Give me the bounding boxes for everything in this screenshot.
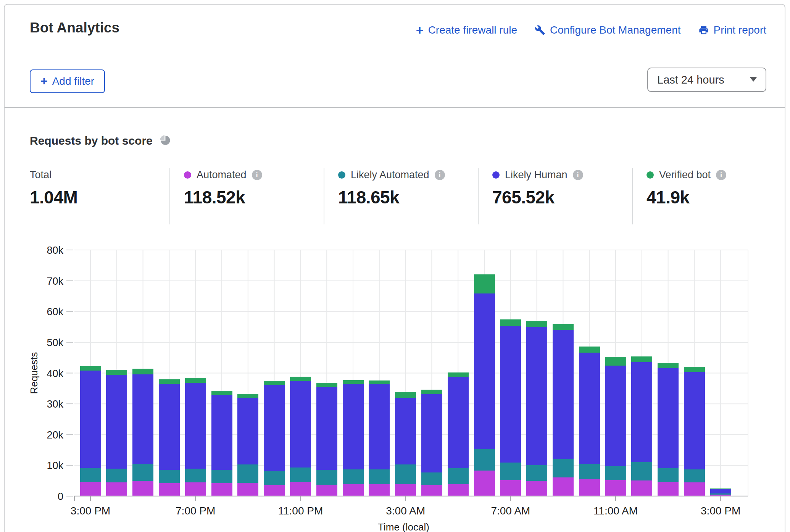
- bar-segment-likely-automated[interactable]: [237, 464, 258, 483]
- bar-segment-likely-automated[interactable]: [343, 469, 364, 485]
- bar-segment-verified-bot[interactable]: [106, 370, 127, 375]
- bar-segment-verified-bot[interactable]: [80, 366, 101, 371]
- bar-segment-automated[interactable]: [474, 471, 495, 496]
- bar-segment-likely-automated[interactable]: [658, 468, 679, 482]
- bar-segment-automated[interactable]: [448, 484, 469, 496]
- bar-segment-likely-automated[interactable]: [579, 464, 600, 479]
- bar-segment-likely-human[interactable]: [605, 366, 626, 466]
- bar-segment-automated[interactable]: [106, 482, 127, 496]
- bar-segment-likely-automated[interactable]: [369, 469, 390, 484]
- info-icon[interactable]: i: [252, 170, 262, 180]
- bar-segment-verified-bot[interactable]: [211, 391, 232, 395]
- bar-segment-automated[interactable]: [684, 482, 705, 496]
- bar-segment-automated[interactable]: [237, 483, 258, 496]
- bar-segment-automated[interactable]: [500, 480, 521, 496]
- configure-bot-management-link[interactable]: Configure Bot Management: [535, 24, 680, 36]
- time-range-select[interactable]: Last 24 hours: [647, 68, 766, 92]
- bar-segment-verified-bot[interactable]: [132, 369, 153, 374]
- bar-segment-likely-automated[interactable]: [80, 468, 101, 482]
- bar-segment-likely-human[interactable]: [395, 398, 416, 464]
- bar-segment-verified-bot[interactable]: [316, 383, 337, 387]
- bar-segment-automated[interactable]: [80, 482, 101, 496]
- bar-segment-automated[interactable]: [395, 484, 416, 496]
- bar-segment-likely-human[interactable]: [684, 372, 705, 469]
- bar-segment-likely-human[interactable]: [290, 381, 311, 468]
- bar-segment-automated[interactable]: [264, 485, 285, 496]
- bar-segment-likely-automated[interactable]: [710, 493, 731, 495]
- bar-segment-automated[interactable]: [290, 482, 311, 496]
- bar-segment-verified-bot[interactable]: [474, 274, 495, 294]
- bar-segment-automated[interactable]: [316, 485, 337, 496]
- bar-segment-likely-automated[interactable]: [421, 472, 442, 485]
- bar-segment-automated[interactable]: [132, 481, 153, 496]
- bar-segment-verified-bot[interactable]: [237, 394, 258, 398]
- bar-segment-verified-bot[interactable]: [658, 363, 679, 368]
- bar-segment-verified-bot[interactable]: [553, 324, 574, 330]
- bar-segment-verified-bot[interactable]: [500, 319, 521, 326]
- create-firewall-rule-link[interactable]: + Create firewall rule: [416, 24, 517, 37]
- bar-segment-automated[interactable]: [421, 485, 442, 496]
- bar-segment-automated[interactable]: [553, 477, 574, 496]
- bar-segment-likely-automated[interactable]: [448, 468, 469, 484]
- bar-segment-likely-human[interactable]: [185, 383, 206, 469]
- bar-segment-likely-human[interactable]: [159, 384, 180, 470]
- bar-segment-verified-bot[interactable]: [395, 392, 416, 398]
- bar-segment-likely-human[interactable]: [80, 371, 101, 468]
- bar-segment-likely-human[interactable]: [369, 384, 390, 469]
- bar-segment-likely-human[interactable]: [264, 385, 285, 471]
- print-report-link[interactable]: Print report: [698, 24, 767, 36]
- bar-segment-automated[interactable]: [369, 484, 390, 496]
- bar-segment-verified-bot[interactable]: [684, 367, 705, 372]
- bar-segment-likely-automated[interactable]: [264, 471, 285, 485]
- bar-segment-automated[interactable]: [343, 484, 364, 496]
- bar-segment-likely-human[interactable]: [579, 353, 600, 464]
- bar-segment-likely-human[interactable]: [316, 387, 337, 470]
- bar-segment-likely-human[interactable]: [211, 395, 232, 470]
- bar-segment-verified-bot[interactable]: [290, 377, 311, 380]
- bar-segment-automated[interactable]: [658, 482, 679, 496]
- bar-segment-likely-human[interactable]: [658, 368, 679, 468]
- bar-segment-verified-bot[interactable]: [369, 380, 390, 384]
- bar-segment-likely-human[interactable]: [526, 327, 547, 465]
- bar-segment-likely-human[interactable]: [237, 398, 258, 464]
- bar-segment-verified-bot[interactable]: [185, 378, 206, 383]
- bar-segment-likely-automated[interactable]: [605, 466, 626, 480]
- bar-segment-automated[interactable]: [211, 483, 232, 496]
- bar-segment-likely-human[interactable]: [421, 394, 442, 472]
- bar-segment-verified-bot[interactable]: [421, 390, 442, 394]
- bar-segment-likely-human[interactable]: [106, 375, 127, 469]
- bar-segment-likely-human[interactable]: [710, 489, 731, 493]
- bar-segment-likely-automated[interactable]: [316, 470, 337, 485]
- bar-segment-likely-automated[interactable]: [185, 469, 206, 482]
- bar-segment-likely-automated[interactable]: [526, 465, 547, 481]
- bar-segment-likely-human[interactable]: [343, 384, 364, 469]
- info-icon[interactable]: i: [435, 170, 445, 180]
- bar-segment-verified-bot[interactable]: [159, 379, 180, 384]
- bar-segment-likely-automated[interactable]: [106, 469, 127, 482]
- bar-segment-automated[interactable]: [631, 480, 652, 496]
- bar-segment-likely-human[interactable]: [500, 326, 521, 463]
- bar-segment-verified-bot[interactable]: [526, 321, 547, 327]
- bar-segment-likely-human[interactable]: [132, 374, 153, 464]
- bar-segment-likely-automated[interactable]: [500, 463, 521, 480]
- bar-segment-likely-automated[interactable]: [159, 470, 180, 483]
- bar-segment-automated[interactable]: [579, 479, 600, 496]
- bar-segment-likely-human[interactable]: [631, 362, 652, 462]
- bar-segment-likely-automated[interactable]: [290, 468, 311, 482]
- bar-segment-verified-bot[interactable]: [579, 347, 600, 353]
- bar-segment-automated[interactable]: [159, 483, 180, 496]
- add-filter-button[interactable]: + Add filter: [30, 69, 105, 93]
- bar-segment-likely-automated[interactable]: [474, 449, 495, 471]
- bar-segment-likely-human[interactable]: [474, 293, 495, 449]
- bar-segment-automated[interactable]: [526, 481, 547, 496]
- bar-segment-verified-bot[interactable]: [605, 357, 626, 366]
- bar-segment-likely-automated[interactable]: [395, 464, 416, 484]
- info-icon[interactable]: i: [573, 170, 583, 180]
- bar-segment-likely-human[interactable]: [553, 330, 574, 459]
- bar-segment-likely-automated[interactable]: [631, 462, 652, 480]
- info-icon[interactable]: i: [716, 170, 726, 180]
- bar-segment-likely-automated[interactable]: [684, 469, 705, 482]
- bar-segment-likely-automated[interactable]: [211, 470, 232, 483]
- bar-segment-verified-bot[interactable]: [343, 380, 364, 384]
- bar-segment-automated[interactable]: [605, 480, 626, 496]
